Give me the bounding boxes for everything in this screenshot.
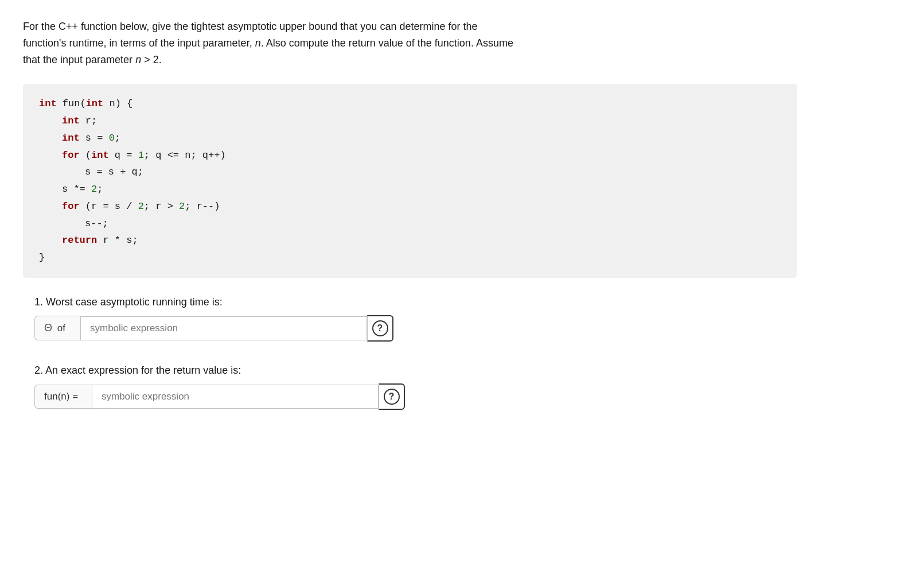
code-line-10: } <box>39 249 781 266</box>
code-block: int fun(int n) { int r; int s = 0; for (… <box>23 84 797 278</box>
question-1-answer-row: Θ of ? <box>34 315 901 342</box>
question-2-label: 2. An exact expression for the return va… <box>34 365 901 377</box>
question-2-help-button[interactable]: ? <box>379 383 405 410</box>
problem-description: For the C++ function below, give the tig… <box>23 18 901 68</box>
code-line-2: int r; <box>39 113 781 130</box>
fun-label: fun(n) = <box>44 391 78 402</box>
theta-symbol: Θ <box>44 322 52 334</box>
question-2-help-icon: ? <box>384 389 400 405</box>
code-line-8: s--; <box>39 215 781 232</box>
return-value-expression-input[interactable] <box>92 385 379 409</box>
question-1-help-button[interactable]: ? <box>367 315 393 342</box>
code-line-3: int s = 0; <box>39 130 781 147</box>
code-line-5: s = s + q; <box>39 164 781 181</box>
asymptotic-expression-input[interactable] <box>80 316 367 340</box>
question-1-help-label: ? <box>377 323 383 334</box>
question-2: 2. An exact expression for the return va… <box>23 365 901 410</box>
question-2-help-label: ? <box>389 391 395 402</box>
question-2-answer-row: fun(n) = ? <box>34 383 901 410</box>
problem-text-line1: For the C++ function below, give the tig… <box>23 18 711 68</box>
of-label: of <box>54 323 65 334</box>
code-line-7: for (r = s / 2; r > 2; r--) <box>39 198 781 215</box>
theta-prefix: Θ of <box>34 316 80 340</box>
question-1-help-icon: ? <box>372 320 388 336</box>
question-1-label: 1. Worst case asymptotic running time is… <box>34 296 901 308</box>
code-line-1: int fun(int n) { <box>39 95 781 113</box>
fun-prefix: fun(n) = <box>34 385 92 409</box>
code-line-4: for (int q = 1; q <= n; q++) <box>39 147 781 164</box>
code-line-6: s *= 2; <box>39 181 781 198</box>
question-1: 1. Worst case asymptotic running time is… <box>23 296 901 342</box>
code-line-9: return r * s; <box>39 232 781 249</box>
